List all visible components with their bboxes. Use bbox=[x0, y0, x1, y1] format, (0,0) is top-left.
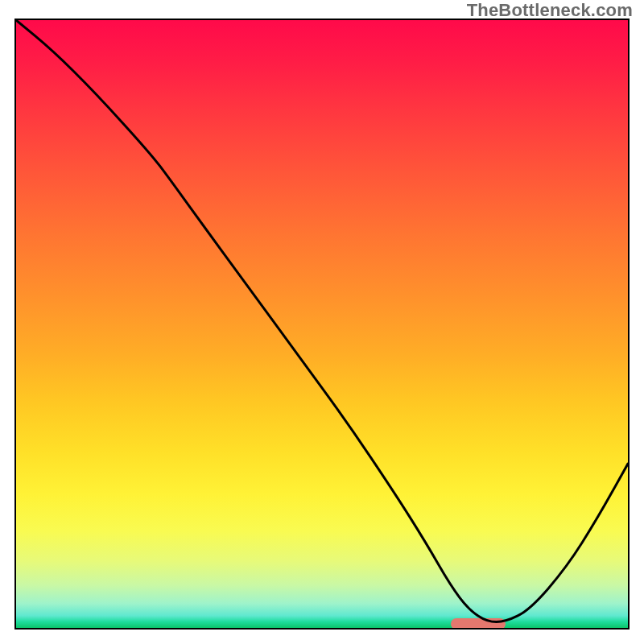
bottleneck-curve bbox=[16, 20, 628, 628]
watermark-text: TheBottleneck.com bbox=[467, 2, 633, 19]
plot-area bbox=[14, 19, 630, 630]
curve-path bbox=[16, 20, 628, 622]
chart-stage: TheBottleneck.com bbox=[0, 0, 644, 644]
